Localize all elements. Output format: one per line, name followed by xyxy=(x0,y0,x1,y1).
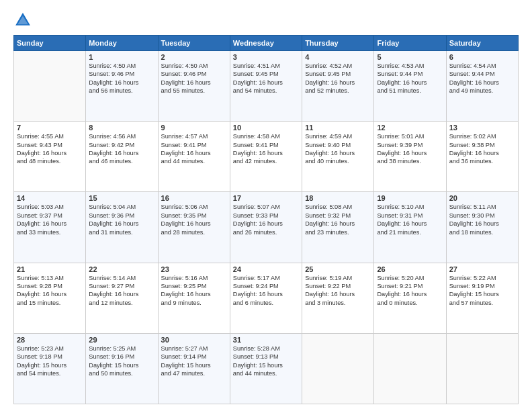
day-info: Sunrise: 4:50 AM Sunset: 9:46 PM Dayligh… xyxy=(89,62,154,95)
col-header-wednesday: Wednesday xyxy=(230,36,302,51)
day-info: Sunrise: 4:57 AM Sunset: 9:41 PM Dayligh… xyxy=(161,132,227,166)
day-number: 1 xyxy=(89,53,154,61)
day-info: Sunrise: 5:22 AM Sunset: 9:19 PM Dayligh… xyxy=(449,274,515,308)
day-number: 12 xyxy=(377,124,443,132)
day-info: Sunrise: 5:10 AM Sunset: 9:31 PM Dayligh… xyxy=(377,203,443,236)
day-info: Sunrise: 5:02 AM Sunset: 9:38 PM Dayligh… xyxy=(449,132,515,166)
calendar-cell: 25Sunrise: 5:19 AM Sunset: 9:22 PM Dayli… xyxy=(302,263,374,333)
day-number: 23 xyxy=(161,265,227,273)
calendar-cell: 6Sunrise: 4:54 AM Sunset: 9:44 PM Daylig… xyxy=(446,51,518,122)
calendar-cell: 14Sunrise: 5:03 AM Sunset: 9:37 PM Dayli… xyxy=(14,192,86,263)
calendar-week-row: 7Sunrise: 4:55 AM Sunset: 9:43 PM Daylig… xyxy=(14,122,519,192)
calendar-cell: 27Sunrise: 5:22 AM Sunset: 9:19 PM Dayli… xyxy=(446,263,518,333)
calendar-cell: 9Sunrise: 4:57 AM Sunset: 9:41 PM Daylig… xyxy=(158,122,230,192)
day-number: 14 xyxy=(17,194,83,202)
calendar-cell: 17Sunrise: 5:07 AM Sunset: 9:33 PM Dayli… xyxy=(230,192,302,263)
day-number: 24 xyxy=(233,265,299,273)
col-header-thursday: Thursday xyxy=(302,36,374,51)
logo xyxy=(13,11,35,30)
day-info: Sunrise: 4:52 AM Sunset: 9:45 PM Dayligh… xyxy=(305,62,371,95)
calendar-cell xyxy=(374,333,446,404)
day-info: Sunrise: 5:04 AM Sunset: 9:36 PM Dayligh… xyxy=(89,203,154,236)
day-info: Sunrise: 5:23 AM Sunset: 9:18 PM Dayligh… xyxy=(17,345,83,378)
day-number: 31 xyxy=(233,336,299,344)
day-info: Sunrise: 5:28 AM Sunset: 9:13 PM Dayligh… xyxy=(233,345,299,378)
day-info: Sunrise: 5:16 AM Sunset: 9:25 PM Dayligh… xyxy=(161,274,227,308)
calendar-header-row: SundayMondayTuesdayWednesdayThursdayFrid… xyxy=(14,36,519,51)
calendar-week-row: 1Sunrise: 4:50 AM Sunset: 9:46 PM Daylig… xyxy=(14,51,519,122)
calendar-cell xyxy=(302,333,374,404)
calendar-cell: 8Sunrise: 4:56 AM Sunset: 9:42 PM Daylig… xyxy=(86,122,158,192)
day-number: 10 xyxy=(233,124,299,132)
calendar-week-row: 14Sunrise: 5:03 AM Sunset: 9:37 PM Dayli… xyxy=(14,192,519,263)
calendar-cell: 23Sunrise: 5:16 AM Sunset: 9:25 PM Dayli… xyxy=(158,263,230,333)
calendar-cell: 30Sunrise: 5:27 AM Sunset: 9:14 PM Dayli… xyxy=(158,333,230,404)
calendar-week-row: 28Sunrise: 5:23 AM Sunset: 9:18 PM Dayli… xyxy=(14,333,519,404)
day-number: 11 xyxy=(305,124,371,132)
calendar-cell: 21Sunrise: 5:13 AM Sunset: 9:28 PM Dayli… xyxy=(14,263,86,333)
day-info: Sunrise: 4:58 AM Sunset: 9:41 PM Dayligh… xyxy=(233,132,299,166)
calendar-cell: 19Sunrise: 5:10 AM Sunset: 9:31 PM Dayli… xyxy=(374,192,446,263)
day-number: 2 xyxy=(161,53,227,61)
day-number: 27 xyxy=(449,265,515,273)
calendar-cell: 31Sunrise: 5:28 AM Sunset: 9:13 PM Dayli… xyxy=(230,333,302,404)
day-number: 9 xyxy=(161,124,227,132)
calendar-cell xyxy=(14,51,86,122)
col-header-tuesday: Tuesday xyxy=(158,36,230,51)
day-number: 22 xyxy=(89,265,154,273)
day-number: 19 xyxy=(377,194,443,202)
calendar-cell: 29Sunrise: 5:25 AM Sunset: 9:16 PM Dayli… xyxy=(86,333,158,404)
calendar-cell: 24Sunrise: 5:17 AM Sunset: 9:24 PM Dayli… xyxy=(230,263,302,333)
day-info: Sunrise: 4:50 AM Sunset: 9:46 PM Dayligh… xyxy=(161,62,227,95)
day-number: 17 xyxy=(233,194,299,202)
day-number: 25 xyxy=(305,265,371,273)
col-header-monday: Monday xyxy=(86,36,158,51)
calendar-cell: 3Sunrise: 4:51 AM Sunset: 9:45 PM Daylig… xyxy=(230,51,302,122)
calendar-cell: 26Sunrise: 5:20 AM Sunset: 9:21 PM Dayli… xyxy=(374,263,446,333)
calendar-cell: 18Sunrise: 5:08 AM Sunset: 9:32 PM Dayli… xyxy=(302,192,374,263)
day-info: Sunrise: 5:13 AM Sunset: 9:28 PM Dayligh… xyxy=(17,274,83,308)
col-header-sunday: Sunday xyxy=(14,36,86,51)
day-info: Sunrise: 5:25 AM Sunset: 9:16 PM Dayligh… xyxy=(89,345,154,378)
header xyxy=(13,11,519,30)
calendar-cell: 12Sunrise: 5:01 AM Sunset: 9:39 PM Dayli… xyxy=(374,122,446,192)
general-blue-icon xyxy=(13,11,32,30)
day-number: 8 xyxy=(89,124,154,132)
day-number: 7 xyxy=(17,124,83,132)
calendar-cell: 15Sunrise: 5:04 AM Sunset: 9:36 PM Dayli… xyxy=(86,192,158,263)
calendar-cell: 16Sunrise: 5:06 AM Sunset: 9:35 PM Dayli… xyxy=(158,192,230,263)
day-info: Sunrise: 5:11 AM Sunset: 9:30 PM Dayligh… xyxy=(449,203,515,236)
day-info: Sunrise: 5:01 AM Sunset: 9:39 PM Dayligh… xyxy=(377,132,443,166)
calendar-cell: 13Sunrise: 5:02 AM Sunset: 9:38 PM Dayli… xyxy=(446,122,518,192)
calendar-cell: 1Sunrise: 4:50 AM Sunset: 9:46 PM Daylig… xyxy=(86,51,158,122)
day-info: Sunrise: 4:54 AM Sunset: 9:44 PM Dayligh… xyxy=(449,62,515,95)
col-header-saturday: Saturday xyxy=(446,36,518,51)
calendar-cell: 5Sunrise: 4:53 AM Sunset: 9:44 PM Daylig… xyxy=(374,51,446,122)
calendar-week-row: 21Sunrise: 5:13 AM Sunset: 9:28 PM Dayli… xyxy=(14,263,519,333)
day-info: Sunrise: 4:56 AM Sunset: 9:42 PM Dayligh… xyxy=(89,132,154,166)
day-number: 13 xyxy=(449,124,515,132)
day-number: 3 xyxy=(233,53,299,61)
calendar-cell: 11Sunrise: 4:59 AM Sunset: 9:40 PM Dayli… xyxy=(302,122,374,192)
day-number: 18 xyxy=(305,194,371,202)
day-number: 20 xyxy=(449,194,515,202)
day-info: Sunrise: 5:07 AM Sunset: 9:33 PM Dayligh… xyxy=(233,203,299,236)
day-info: Sunrise: 5:19 AM Sunset: 9:22 PM Dayligh… xyxy=(305,274,371,308)
day-number: 4 xyxy=(305,53,371,61)
day-info: Sunrise: 5:14 AM Sunset: 9:27 PM Dayligh… xyxy=(89,274,154,308)
calendar-cell: 7Sunrise: 4:55 AM Sunset: 9:43 PM Daylig… xyxy=(14,122,86,192)
day-info: Sunrise: 4:59 AM Sunset: 9:40 PM Dayligh… xyxy=(305,132,371,166)
day-number: 28 xyxy=(17,336,83,344)
day-number: 29 xyxy=(89,336,154,344)
day-info: Sunrise: 4:53 AM Sunset: 9:44 PM Dayligh… xyxy=(377,62,443,95)
day-info: Sunrise: 5:03 AM Sunset: 9:37 PM Dayligh… xyxy=(17,203,83,236)
day-number: 26 xyxy=(377,265,443,273)
day-number: 30 xyxy=(161,336,227,344)
day-number: 21 xyxy=(17,265,83,273)
day-info: Sunrise: 5:27 AM Sunset: 9:14 PM Dayligh… xyxy=(161,345,227,378)
day-info: Sunrise: 5:08 AM Sunset: 9:32 PM Dayligh… xyxy=(305,203,371,236)
calendar-cell: 20Sunrise: 5:11 AM Sunset: 9:30 PM Dayli… xyxy=(446,192,518,263)
day-number: 5 xyxy=(377,53,443,61)
day-info: Sunrise: 5:06 AM Sunset: 9:35 PM Dayligh… xyxy=(161,203,227,236)
day-number: 6 xyxy=(449,53,515,61)
